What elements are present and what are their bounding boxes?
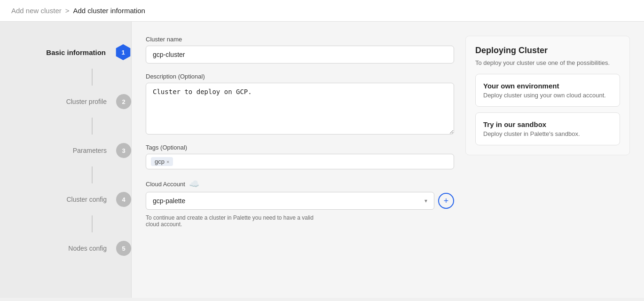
- connector-2-3: [92, 118, 93, 135]
- cloud-account-helper-text: To continue and create a cluster in Pale…: [146, 214, 324, 228]
- step-2-badge: 2: [116, 94, 131, 109]
- content-area: Cluster name Description (Optional) Clus…: [132, 22, 644, 298]
- step-1-label: Basic information: [19, 48, 115, 56]
- deploy-option-sandbox[interactable]: Try in our sandbox Deploy cluster in Pal…: [475, 112, 620, 145]
- right-panel: Deploying Cluster To deploy your cluster…: [465, 36, 630, 288]
- cluster-name-input[interactable]: [146, 46, 454, 63]
- description-label: Description (Optional): [146, 73, 454, 80]
- cloud-account-label-wrapper: Cloud Account ☁️: [146, 179, 454, 189]
- tags-input-field[interactable]: [176, 158, 449, 165]
- step-4-badge: 4: [116, 192, 131, 207]
- cloud-icon: ☁️: [189, 179, 199, 189]
- breadcrumb-separator: >: [65, 7, 70, 15]
- cloud-account-group: Cloud Account ☁️ gcp-palette ▾ + To cont…: [146, 179, 454, 228]
- header: Add new cluster > Add cluster informatio…: [0, 0, 644, 22]
- sidebar-item-cluster-config[interactable]: Cluster config 4: [0, 183, 131, 215]
- step-1-badge: 1: [115, 44, 131, 60]
- cloud-account-label-text: Cloud Account: [146, 181, 185, 188]
- own-environment-desc: Deploy cluster using your own cloud acco…: [483, 92, 612, 99]
- own-environment-title: Your own environment: [483, 82, 612, 90]
- cloud-account-select[interactable]: gcp-palette ▾: [146, 192, 434, 210]
- plus-icon: +: [444, 196, 449, 206]
- breadcrumb-parent: Add new cluster: [11, 7, 62, 15]
- sidebar-item-basic-information[interactable]: Basic information 1: [0, 36, 131, 69]
- step-3-badge: 3: [116, 143, 131, 158]
- step-4-label: Cluster config: [19, 196, 116, 203]
- cloud-account-selected-value: gcp-palette: [153, 197, 185, 205]
- tags-group: Tags (Optional) gcp ×: [146, 144, 454, 169]
- cluster-name-group: Cluster name: [146, 36, 454, 63]
- deploying-cluster-subtitle: To deploy your cluster use one of the po…: [475, 59, 620, 66]
- tag-gcp-text: gcp: [155, 158, 165, 165]
- add-cloud-account-button[interactable]: +: [438, 193, 454, 209]
- connector-3-4: [92, 166, 93, 183]
- deploy-option-own-environment[interactable]: Your own environment Deploy cluster usin…: [475, 74, 620, 107]
- tag-gcp-remove[interactable]: ×: [166, 159, 169, 165]
- sandbox-title: Try in our sandbox: [483, 120, 612, 128]
- tags-label: Tags (Optional): [146, 144, 454, 151]
- connector-1-2: [92, 69, 93, 86]
- main-layout: Basic information 1 Cluster profile 2 Pa…: [0, 22, 644, 298]
- cluster-name-label: Cluster name: [146, 36, 454, 43]
- steps-container: Basic information 1 Cluster profile 2 Pa…: [0, 36, 131, 264]
- step-5-label: Nodes config: [19, 245, 116, 252]
- connector-4-5: [92, 215, 93, 232]
- step-3-label: Parameters: [19, 147, 116, 154]
- sidebar: Basic information 1 Cluster profile 2 Pa…: [0, 22, 132, 298]
- breadcrumb-current: Add cluster information: [73, 7, 145, 15]
- sidebar-item-cluster-profile[interactable]: Cluster profile 2: [0, 86, 131, 118]
- sandbox-desc: Deploy cluster in Palette's sandbox.: [483, 130, 612, 137]
- cloud-account-select-wrapper: gcp-palette ▾ +: [146, 192, 454, 210]
- step-3-number: 3: [122, 147, 125, 154]
- tags-input-wrapper[interactable]: gcp ×: [146, 154, 454, 169]
- deploying-cluster-section: Deploying Cluster To deploy your cluster…: [465, 36, 630, 155]
- description-input[interactable]: Cluster to deploy on GCP.: [146, 83, 454, 135]
- tag-gcp: gcp ×: [151, 157, 173, 166]
- step-1-number: 1: [121, 49, 125, 56]
- sidebar-item-nodes-config[interactable]: Nodes config 5: [0, 232, 131, 264]
- sidebar-item-parameters[interactable]: Parameters 3: [0, 135, 131, 166]
- step-4-number: 4: [122, 196, 125, 203]
- step-2-number: 2: [122, 98, 125, 105]
- chevron-down-icon: ▾: [424, 198, 427, 204]
- step-5-number: 5: [122, 245, 125, 252]
- step-2-label: Cluster profile: [19, 98, 116, 105]
- deploying-cluster-title: Deploying Cluster: [475, 46, 620, 55]
- form-panel: Cluster name Description (Optional) Clus…: [146, 36, 454, 288]
- description-group: Description (Optional) Cluster to deploy…: [146, 73, 454, 135]
- step-5-badge: 5: [116, 241, 131, 256]
